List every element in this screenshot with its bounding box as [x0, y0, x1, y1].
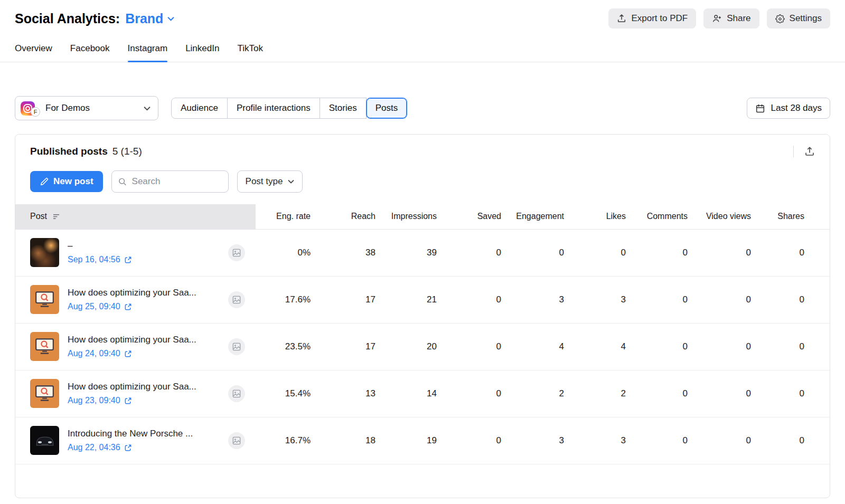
top-bar: Social Analytics: Brand Export to PDF Sh… — [0, 0, 845, 28]
column-header-impressions[interactable]: Impressions — [388, 204, 449, 229]
monitor-illustration — [35, 338, 54, 355]
cell-impressions: 21 — [388, 276, 449, 323]
monitor-illustration — [35, 385, 54, 402]
share-button[interactable]: Share — [703, 8, 759, 28]
panel-title: Published posts — [30, 146, 108, 157]
cell-comments: 0 — [639, 229, 700, 276]
cell-reach: 13 — [323, 370, 388, 417]
tab-tiktok[interactable]: TikTok — [237, 43, 263, 62]
tab-facebook[interactable]: Facebook — [70, 43, 110, 62]
chevron-down-icon — [288, 179, 294, 184]
column-header-reach[interactable]: Reach — [323, 204, 388, 229]
column-header-likes[interactable]: Likes — [577, 204, 639, 229]
search-box — [111, 170, 229, 193]
cell-eng-rate: 17.6% — [256, 276, 323, 323]
post-date: Aug 25, 09:40 — [68, 302, 120, 311]
account-select[interactable]: F For Demos — [15, 96, 158, 120]
cell-comments: 0 — [639, 323, 700, 370]
post-thumbnail — [30, 238, 59, 267]
cell-likes: 2 — [577, 370, 639, 417]
share-label: Share — [727, 13, 750, 24]
post-date-link[interactable]: Sep 16, 04:56 — [68, 255, 132, 264]
cell-engagement: 4 — [514, 323, 577, 370]
column-header-video-views[interactable]: Video views — [700, 204, 764, 229]
post-date: Aug 22, 04:36 — [68, 443, 120, 452]
cell-video-views: 0 — [700, 323, 764, 370]
image-type-badge — [228, 432, 245, 449]
column-header-eng-rate[interactable]: Eng. rate — [256, 204, 323, 229]
date-range-button[interactable]: Last 28 days — [747, 98, 830, 119]
settings-button[interactable]: Settings — [767, 8, 830, 28]
cell-impressions: 39 — [388, 229, 449, 276]
cell-impressions: 19 — [388, 417, 449, 464]
export-pdf-button[interactable]: Export to PDF — [608, 8, 696, 28]
new-post-button[interactable]: New post — [30, 171, 103, 192]
cell-saved: 0 — [449, 229, 514, 276]
image-icon — [232, 436, 241, 445]
cell-reach: 38 — [323, 229, 388, 276]
column-header-post[interactable]: Post — [15, 204, 256, 229]
image-icon — [232, 296, 241, 304]
monitor-illustration — [35, 291, 54, 308]
cell-engagement: 3 — [514, 417, 577, 464]
tab-instagram[interactable]: Instagram — [128, 43, 168, 62]
cell-video-views: 0 — [700, 370, 764, 417]
column-header-engagement[interactable]: Engagement — [514, 204, 577, 229]
page-title: Social Analytics: — [15, 11, 120, 26]
image-type-badge — [228, 244, 245, 261]
post-type-select[interactable]: Post type — [237, 170, 303, 193]
post-date: Sep 16, 04:56 — [68, 255, 120, 264]
cell-likes: 3 — [577, 417, 639, 464]
table-row: Introducing the New Porsche ... Aug 22, … — [15, 417, 830, 464]
column-label: Post — [30, 212, 47, 221]
export-table-button[interactable] — [803, 145, 816, 158]
segment-profile-interactions[interactable]: Profile interactions — [227, 98, 320, 119]
account-badge: F — [31, 107, 40, 117]
column-header-comments[interactable]: Comments — [639, 204, 700, 229]
cell-shares: 0 — [764, 417, 830, 464]
post-date-link[interactable]: Aug 25, 09:40 — [68, 302, 196, 311]
external-link-icon — [124, 444, 132, 452]
segment-audience[interactable]: Audience — [171, 98, 228, 119]
cell-eng-rate: 0% — [256, 229, 323, 276]
column-header-saved[interactable]: Saved — [449, 204, 514, 229]
tab-overview[interactable]: Overview — [15, 43, 52, 62]
cell-shares: 0 — [764, 229, 830, 276]
post-date-link[interactable]: Aug 23, 09:40 — [68, 396, 196, 405]
segment-stories[interactable]: Stories — [320, 98, 367, 119]
external-link-icon — [124, 397, 132, 405]
filter-row: F For Demos Audience Profile interaction… — [15, 96, 830, 120]
post-thumbnail — [30, 285, 59, 314]
account-name: For Demos — [45, 103, 90, 113]
project-name: Brand — [125, 11, 163, 26]
cell-comments: 0 — [639, 276, 700, 323]
cell-likes: 0 — [577, 229, 639, 276]
export-icon — [617, 14, 626, 23]
table-row: – Sep 16, 04:56 0% 38 39 0 — [15, 229, 830, 276]
export-pdf-label: Export to PDF — [631, 13, 688, 24]
post-date-link[interactable]: Aug 24, 09:40 — [68, 349, 196, 358]
column-header-shares[interactable]: Shares — [764, 204, 830, 229]
cell-eng-rate: 15.4% — [256, 370, 323, 417]
post-thumbnail — [30, 379, 59, 408]
new-post-label: New post — [53, 176, 93, 187]
post-title: Introducing the New Porsche ... — [68, 429, 193, 439]
segment-posts[interactable]: Posts — [366, 98, 408, 119]
post-title: How does optimizing your Saa... — [68, 382, 196, 392]
cell-engagement: 0 — [514, 229, 577, 276]
cell-shares: 0 — [764, 370, 830, 417]
cell-impressions: 20 — [388, 323, 449, 370]
gear-icon — [775, 14, 785, 23]
table-row: How does optimizing your Saa... Aug 25, … — [15, 276, 830, 323]
cell-shares: 0 — [764, 323, 830, 370]
calendar-icon — [755, 103, 765, 113]
external-link-icon — [124, 256, 132, 264]
search-input[interactable] — [111, 170, 229, 193]
project-picker[interactable]: Brand — [125, 11, 174, 26]
car-illustration — [34, 434, 56, 448]
cell-reach: 17 — [323, 323, 388, 370]
report-segments: Audience Profile interactions Stories Po… — [171, 98, 407, 119]
post-date-link[interactable]: Aug 22, 04:36 — [68, 443, 193, 452]
cell-likes: 3 — [577, 276, 639, 323]
tab-linkedin[interactable]: LinkedIn — [185, 43, 219, 62]
